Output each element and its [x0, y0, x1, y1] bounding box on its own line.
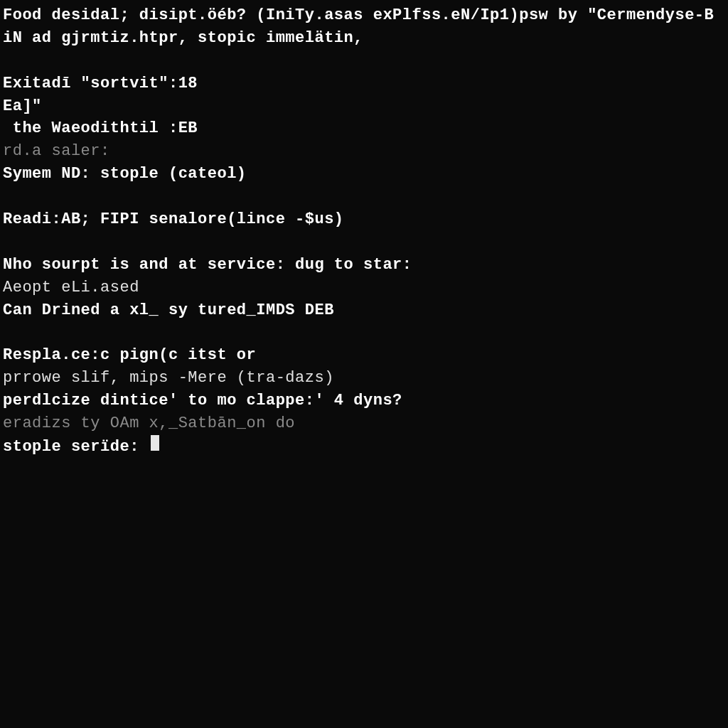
- terminal-line: rd.a saler:: [3, 140, 725, 163]
- terminal-line: Exitadī "sortvit":18: [3, 73, 725, 95]
- terminal-line: prrowe slif, mips -Mere (tra-dazs): [3, 367, 725, 390]
- terminal-line: [3, 321, 725, 344]
- terminal-line: Respla.ce:c pign(c itst or: [3, 344, 725, 367]
- terminal-line: perdlcize dintice' to mo clappe:' 4 dyns…: [3, 390, 725, 412]
- terminal-line: Symem ND: stople (cateol): [3, 163, 725, 186]
- terminal-line: Can Drined a xl_ sy tured_IMDS DEB: [3, 299, 725, 322]
- terminal-line: Nho sourpt is and at service: dug to sta…: [3, 254, 725, 277]
- terminal-output: Food desidal; disipt.öéb? (IniTy.asas ex…: [3, 4, 725, 435]
- terminal-line: [3, 231, 725, 254]
- terminal-line: the Waeodithtil :EB: [3, 117, 725, 140]
- terminal-line: eradizs ty OAm x,_Satbān_on do: [3, 412, 725, 435]
- terminal-line: iN ad gjrmtiz.htpr, stopic immelätin,: [3, 27, 725, 50]
- terminal-window[interactable]: Food desidal; disipt.öéb? (IniTy.asas ex…: [3, 4, 725, 724]
- terminal-line: Ea]": [3, 95, 725, 118]
- prompt-text: stople serïde:: [3, 436, 149, 459]
- terminal-line: Aeopt eLi.ased: [3, 277, 725, 299]
- terminal-line: [3, 186, 725, 208]
- cursor-icon: [151, 435, 159, 451]
- terminal-line: Readi:AB; FIPI senalore(lince -$us): [3, 208, 725, 231]
- terminal-line: [3, 50, 725, 73]
- terminal-line: Food desidal; disipt.öéb? (IniTy.asas ex…: [3, 4, 725, 27]
- terminal-prompt-line[interactable]: stople serïde:: [3, 435, 725, 459]
